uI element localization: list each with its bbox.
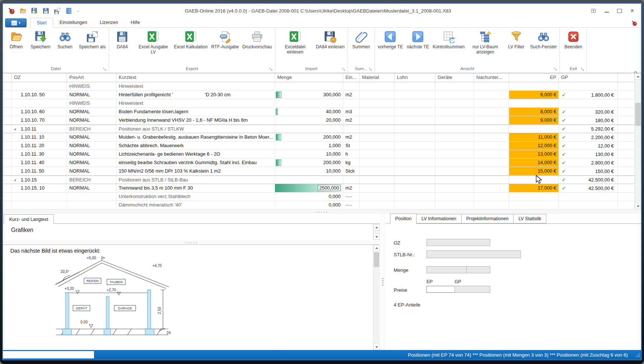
cell-posart[interactable]: HINWEIS [67, 82, 116, 90]
cell-oz[interactable]: 1.10.10. 50 [12, 91, 67, 99]
cell-einheit[interactable] [343, 125, 360, 133]
tab-projektinformationen[interactable]: Projektinformationen [462, 214, 514, 223]
da84-button[interactable]: DA84 [110, 30, 135, 50]
table-scrollbar[interactable] [634, 73, 641, 209]
cell-menge[interactable]: 0,000 [275, 193, 343, 201]
cell-oz[interactable]: 1.10.11. 50 [12, 167, 67, 175]
cell-einheit[interactable]: m2 [343, 184, 360, 192]
cell-kurztext[interactable]: Hinweistext [116, 82, 275, 90]
cell-einheit[interactable]: kg [343, 159, 360, 167]
cell-lohn[interactable] [395, 82, 435, 90]
cell-ep[interactable] [509, 125, 559, 133]
tab-position[interactable]: Position [390, 214, 417, 224]
druckvorschau-button[interactable]: Druckvorschau [241, 30, 274, 50]
cell-einheit[interactable] [343, 99, 360, 107]
cell-kurztext[interactable]: Lichtzeichenanla- ge bedienen Werktage 6… [116, 150, 275, 158]
cell-oz[interactable]: 1.10.10. 60 [12, 108, 67, 116]
cell-ep[interactable]: 12,000 € [509, 142, 559, 150]
cell-gp[interactable] [559, 99, 618, 107]
cell-kurztext[interactable]: Positionen aus STLK / STLKW [116, 125, 275, 133]
vertical-splitter[interactable] [380, 214, 386, 350]
column-header-ep[interactable]: EP [509, 73, 559, 82]
kontrollsummen-button[interactable]: Kontrollsummen [431, 30, 467, 50]
cell-geraete[interactable] [435, 184, 474, 192]
nachste-te-button[interactable]: nächste TE [405, 30, 431, 50]
table-row[interactable]: 1.10.11. 10NORMALMulden- u. Grabenbefest… [3, 133, 635, 142]
cell-lohn[interactable] [395, 142, 435, 150]
cell-einheit[interactable] [343, 176, 360, 184]
cell-oz[interactable]: 1.10.11. 20 [12, 142, 67, 150]
cell-oz[interactable]: 1.10.11◢ [12, 125, 67, 133]
stlb-field[interactable] [427, 250, 521, 258]
cell-kurztext[interactable]: einseitig bearbe Schrauben verzink Gummi… [116, 159, 275, 167]
cell-nachunternehmer[interactable] [474, 108, 509, 116]
cell-material[interactable] [360, 108, 395, 116]
cell-lohn[interactable] [395, 133, 435, 141]
cell-ep[interactable]: 15,000 € [509, 167, 559, 175]
cell-kurztext[interactable]: Hinweistext [116, 99, 275, 107]
table-row[interactable]: Dämmschicht mineralisch '40'0,000---- [3, 201, 635, 209]
table-row[interactable]: 1.10.11. 30NORMALLichtzeichenanla- ge be… [3, 150, 635, 159]
cell-menge[interactable]: 200,000 [275, 159, 343, 167]
grafiken-scrollbar[interactable] [373, 224, 380, 240]
cell-gp[interactable]: ✔320,00 € [559, 108, 618, 116]
cell-material[interactable] [360, 142, 395, 150]
cell-geraete[interactable] [435, 201, 474, 209]
cell-geraete[interactable] [435, 108, 474, 116]
cell-menge[interactable]: 0,000 [275, 201, 343, 209]
cell-gp[interactable]: ✔150,00 € [559, 167, 618, 175]
column-header-menge[interactable]: Menge [275, 73, 343, 82]
cell-kurztext[interactable]: Unterkonstruktion verz.Stahlblech [116, 193, 275, 201]
excel-kalkulation-button[interactable]: Excel Kalkulation [172, 30, 209, 50]
da84-einlesen-button[interactable]: DA84 einlesen [314, 30, 347, 50]
speichern-als-button[interactable]: Speichern als [77, 30, 108, 50]
cell-posart[interactable]: NORMAL [67, 159, 116, 167]
cell-gp[interactable]: ✔1.800,00 € [559, 91, 618, 99]
cell-gp[interactable]: ✔2.200,00 € [559, 133, 618, 141]
cell-lohn[interactable] [395, 99, 435, 107]
table-row[interactable]: HINWEISHinweistext [3, 99, 635, 108]
cell-nachunternehmer[interactable] [474, 176, 509, 184]
cell-ep[interactable] [509, 99, 559, 107]
cell-geraete[interactable] [435, 133, 474, 141]
cell-menge[interactable] [275, 176, 343, 184]
cell-menge[interactable] [275, 99, 343, 107]
scroll-down-icon[interactable] [373, 233, 380, 240]
cell-material[interactable] [360, 133, 395, 141]
horizontal-splitter[interactable]: ····· [3, 209, 641, 214]
qat-save-green-button[interactable] [31, 7, 38, 14]
cell-geraete[interactable] [435, 82, 474, 90]
panel-splitter[interactable]: ····· [3, 240, 380, 245]
cell-ep[interactable] [509, 82, 559, 90]
cell-lohn[interactable] [395, 201, 435, 209]
column-header-pos[interactable]: PosArt [67, 73, 116, 82]
grafiken-box[interactable]: Grafiken [3, 223, 380, 240]
cell-material[interactable] [360, 176, 395, 184]
cell-einheit[interactable]: m2 [343, 133, 360, 141]
offnen-button[interactable]: Öffnen [4, 30, 28, 50]
cell-ep[interactable] [509, 201, 559, 209]
fit-window-button[interactable] [591, 8, 596, 14]
cell-einheit[interactable]: Stck [343, 167, 360, 175]
cell-geraete[interactable] [435, 99, 474, 107]
maximize-button[interactable] [617, 9, 622, 13]
summen-button[interactable]: Summen [349, 30, 373, 50]
cell-gp[interactable]: ✔12,00 € [559, 142, 618, 150]
cell-einheit[interactable]: m2 [343, 91, 360, 99]
cell-posart[interactable] [67, 193, 116, 201]
cell-nachunternehmer[interactable] [474, 167, 509, 175]
tab-lv-informationen[interactable]: LV Informationen [417, 214, 461, 223]
cell-einheit[interactable]: m2 [343, 116, 360, 124]
cell-ep[interactable] [509, 193, 559, 201]
table-row[interactable]: 1.10.11. 50NORMAL150 MN/m2 0/56 mm DPr 1… [3, 167, 635, 176]
column-header-oz[interactable]: OZ [12, 73, 67, 82]
menge-unit-field[interactable] [466, 266, 490, 273]
lv-filter-button[interactable]: LV Filter [504, 30, 528, 50]
cell-kurztext[interactable]: Verblendung Innenwand VHSV 20 - 1,6 - NF… [116, 116, 275, 124]
vorherige-te-button[interactable]: vorherige TE [376, 30, 405, 50]
qat-app-logo-button[interactable] [8, 7, 15, 14]
cell-menge[interactable]: 1,000 [275, 142, 343, 150]
cell-geraete[interactable] [435, 167, 474, 175]
cell-einheit[interactable]: m3 [343, 108, 360, 116]
cell-oz[interactable] [12, 82, 67, 90]
